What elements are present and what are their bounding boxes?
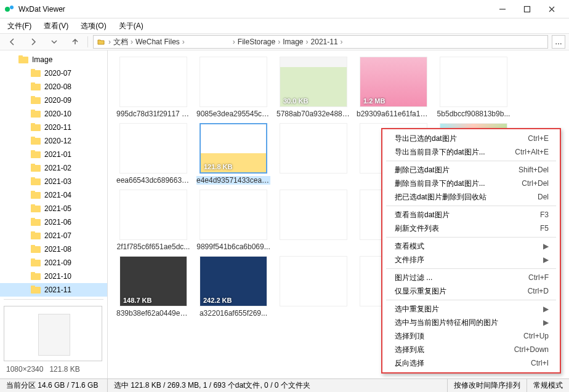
tree-folder[interactable]: 2021-01 [0, 148, 107, 161]
tree-folder[interactable]: 2021-08 [0, 242, 107, 256]
context-menu-item[interactable]: 把已选dat图片删除到回收站Del [382, 190, 560, 204]
context-menu[interactable]: 导出已选的dat图片Ctrl+E导出当前目录下的dat图片...Ctrl+Alt… [381, 128, 561, 374]
tree-folder[interactable]: 2021-05 [0, 202, 107, 215]
nav-back-button[interactable] [2, 34, 22, 49]
folder-label: 2021-02 [44, 164, 71, 172]
status-sort[interactable]: 按修改时间降序排列 [448, 379, 527, 392]
folder-tree[interactable]: Image2020-072020-082020-092020-102020-11… [0, 50, 107, 302]
tree-folder[interactable]: 2021-06 [0, 215, 107, 229]
context-menu-item[interactable]: 导出已选的dat图片Ctrl+E [382, 132, 560, 145]
context-menu-item[interactable]: 图片过滤 ...Ctrl+F [382, 271, 560, 284]
folder-icon [31, 137, 41, 145]
context-menu-item[interactable]: 导出当前目录下的dat图片...Ctrl+Alt+E [382, 145, 560, 159]
file-size-overlay: 1.2 MB [363, 97, 385, 105]
context-menu-item[interactable]: 查看当前dat图片F3 [382, 208, 560, 222]
file-name: 9899f541b6ca6b069... [196, 242, 270, 251]
breadcrumb[interactable]: › 文档 › WeChat Files › › FileStorage › Im… [93, 35, 548, 49]
breadcrumb-item[interactable]: Image [283, 38, 303, 46]
menu-item-shortcut: F3 [540, 210, 549, 219]
menu-item-label: 文件排序 [395, 255, 538, 265]
menu-item-label: 删除已选dat图片 [395, 165, 519, 175]
thumbnail-item[interactable]: 9899f541b6ca6b069... [196, 190, 270, 251]
folder-label: 2021-04 [44, 191, 71, 199]
breadcrumb-item[interactable]: FileStorage [238, 38, 275, 46]
close-button[interactable] [539, 0, 564, 18]
thumbnail-item[interactable]: 242.2 KBa322016af655f269... [196, 256, 270, 318]
folder-label: 2021-07 [44, 231, 71, 240]
menu-separator [386, 237, 556, 238]
menu-view[interactable]: 查看(V) [39, 20, 73, 33]
tree-folder[interactable]: 2020-10 [0, 107, 107, 121]
folder-icon [31, 164, 41, 172]
tree-folder[interactable]: 2020-08 [0, 80, 107, 94]
context-menu-item[interactable]: 反向选择Ctrl+I [382, 356, 560, 370]
tree-folder[interactable]: 2020-09 [0, 94, 107, 107]
status-selection: 选中 121.8 KB / 269.3 MB, 1 / 693 个dat文件, … [108, 379, 448, 392]
context-menu-item[interactable]: 选择到顶Ctrl+Up [382, 329, 560, 343]
tree-folder[interactable]: 2020-12 [0, 134, 107, 148]
tree-folder[interactable]: 2021-09 [0, 256, 107, 270]
thumbnail-item[interactable] [276, 190, 350, 251]
thumbnail-item[interactable]: 2f1f785c6f651ae5dc... [116, 190, 190, 251]
thumbnail-item[interactable] [276, 123, 350, 185]
thumbnail-item[interactable]: 30.0 KB5788ab70a932e488e... [276, 57, 350, 118]
folder-icon [31, 110, 41, 118]
nav-forward-button[interactable] [23, 34, 43, 49]
context-menu-item[interactable]: 删除当前目录下的dat图片...Ctrl+Del [382, 177, 560, 190]
breadcrumb-item[interactable]: 文档 [113, 37, 128, 47]
menu-item-label: 选中与当前图片特征相同的图片 [395, 318, 538, 328]
context-menu-item[interactable]: 选中重复图片▶ [382, 302, 560, 316]
thumbnail-image: 30.0 KB [280, 57, 347, 107]
tree-root[interactable]: Image [0, 53, 107, 66]
menu-options[interactable]: 选项(O) [76, 20, 111, 33]
context-menu-item[interactable]: 删除已选dat图片Shift+Del [382, 163, 560, 177]
context-menu-item[interactable]: 选中与当前图片特征相同的图片▶ [382, 316, 560, 329]
file-name: e4e4d93571433cea25e656af4a1908.da... [196, 176, 270, 185]
content-area: 995dc78d31f29117 9...9085e3dea295545ce..… [108, 50, 569, 378]
breadcrumb-overflow-button[interactable]: … [552, 35, 565, 49]
menu-item-label: 导出已选的dat图片 [395, 134, 528, 144]
nav-up-button[interactable] [65, 34, 85, 49]
folder-label: 2021-06 [44, 218, 71, 226]
context-menu-item[interactable]: 刷新文件列表F5 [382, 222, 560, 235]
context-menu-item[interactable]: 仅显示重复图片Ctrl+D [382, 284, 560, 298]
file-name: 5788ab70a932e488e... [276, 110, 350, 118]
menu-file[interactable]: 文件(F) [2, 20, 36, 33]
thumbnail-item[interactable]: 995dc78d31f29117 9... [116, 57, 190, 118]
tree-folder[interactable]: 2021-02 [0, 161, 107, 175]
menu-item-shortcut: Ctrl+Del [522, 179, 549, 188]
breadcrumb-item[interactable]: WeChat Files [135, 38, 180, 46]
thumbnail-item[interactable]: 121.8 KBe4e4d93571433cea25e656af4a1908.d… [196, 123, 270, 185]
menu-item-label: 图片过滤 ... [395, 273, 528, 283]
tree-folder[interactable]: 2020-11 [0, 121, 107, 134]
tree-folder[interactable]: 2021-11 [0, 283, 107, 297]
context-menu-item[interactable]: 查看模式▶ [382, 239, 560, 253]
maximize-button[interactable] [515, 0, 539, 18]
tree-folder[interactable]: 2021-07 [0, 229, 107, 242]
thumbnail-item[interactable]: 9085e3dea295545ce... [196, 57, 270, 118]
minimize-button[interactable] [490, 0, 515, 18]
context-menu-item[interactable]: 选择到底Ctrl+Down [382, 343, 560, 356]
thumbnail-item[interactable]: 1.2 MBb29309a611e61fa14... [357, 57, 430, 118]
tree-folder[interactable]: 2021-04 [0, 188, 107, 202]
tree-folder[interactable]: 2021-03 [0, 175, 107, 188]
thumbnail-item[interactable]: 148.7 KB839b38ef62a0449e4... [116, 256, 190, 318]
chevron-right-icon: ▶ [543, 255, 549, 264]
menu-about[interactable]: 关于(A) [114, 20, 148, 33]
thumbnail-image: 1.2 MB [360, 57, 427, 107]
folder-icon [31, 177, 41, 186]
tree-folder[interactable]: 2021-10 [0, 270, 107, 283]
folder-icon [18, 55, 28, 64]
status-mode[interactable]: 常规模式 [527, 379, 569, 392]
context-menu-item[interactable]: 文件排序▶ [382, 253, 560, 266]
thumbnail-item[interactable] [276, 256, 350, 318]
breadcrumb-item[interactable]: 2021-11 [311, 38, 338, 46]
thumbnail-item[interactable]: eea66543dc6896637... [116, 123, 190, 185]
nav-dropdown-button[interactable] [44, 34, 64, 49]
thumbnail-item[interactable]: 5b5dbccf908813b9b... [437, 57, 510, 118]
folder-label: 2020-10 [44, 110, 71, 118]
menu-separator [386, 206, 556, 206]
menu-separator [386, 161, 556, 161]
tree-folder[interactable]: 2020-07 [0, 66, 107, 80]
menu-separator [386, 268, 556, 269]
